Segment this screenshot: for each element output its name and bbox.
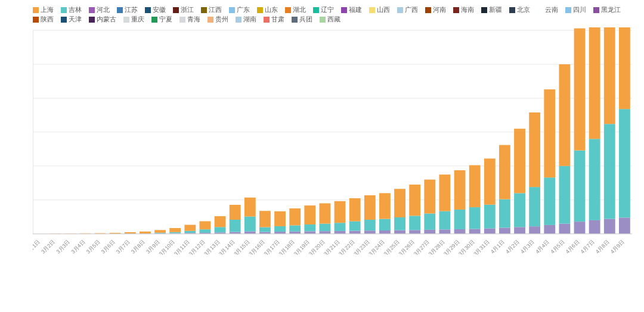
svg-text:4月7日: 4月7日	[580, 239, 596, 255]
legend-label: 河北	[97, 6, 110, 14]
svg-rect-155	[619, 217, 630, 233]
svg-text:3月31日: 3月31日	[472, 239, 490, 255]
legend-color	[33, 7, 39, 13]
legend-label: 安徽	[153, 6, 166, 14]
svg-rect-148	[589, 139, 600, 220]
svg-rect-136	[544, 177, 555, 225]
legend-label: 陕西	[41, 15, 54, 24]
legend-item: 贵州	[208, 15, 228, 24]
legend-item: 广西	[397, 6, 418, 14]
legend-item: 重庆	[123, 15, 144, 24]
bar-chart: 05,00010,00015,00020,00025,00030,0003月1日…	[33, 27, 638, 255]
legend-label: 吉林	[69, 6, 82, 14]
legend-item: 安徽	[145, 6, 166, 14]
legend-color	[453, 7, 459, 13]
svg-rect-153	[604, 27, 615, 124]
legend-label: 四川	[573, 6, 586, 14]
svg-rect-111	[454, 229, 466, 234]
svg-rect-120	[484, 205, 496, 229]
svg-rect-72	[304, 224, 315, 231]
svg-rect-52	[230, 220, 241, 232]
svg-rect-32	[154, 233, 166, 233]
legend-color	[397, 7, 403, 13]
svg-rect-26	[125, 232, 136, 233]
svg-rect-65	[274, 211, 286, 226]
legend-color	[173, 7, 179, 13]
legend-label: 兵团	[299, 15, 312, 24]
svg-rect-103	[424, 230, 435, 234]
legend-label: 西藏	[327, 15, 340, 24]
legend-color	[425, 7, 431, 13]
legend-label: 海南	[461, 6, 474, 14]
svg-rect-99	[409, 230, 420, 233]
legend-label: 宁夏	[159, 15, 172, 24]
svg-rect-57	[244, 198, 256, 217]
legend-item: 辽宁	[313, 6, 334, 14]
legend-item: 云南	[537, 6, 558, 14]
legend-color	[33, 17, 39, 23]
legend-color	[117, 7, 123, 13]
legend-item: 甘肃	[264, 15, 284, 24]
legend-label: 山东	[265, 6, 278, 14]
svg-rect-104	[424, 214, 435, 230]
legend-label: 新疆	[489, 6, 502, 14]
svg-rect-156	[619, 109, 630, 217]
svg-rect-60	[259, 227, 271, 232]
legend-item: 山西	[369, 6, 390, 14]
legend-item: 北京	[509, 6, 530, 14]
svg-rect-147	[589, 220, 600, 234]
svg-rect-115	[469, 229, 481, 234]
legend-color	[320, 17, 326, 23]
svg-rect-157	[619, 27, 630, 109]
legend-color	[145, 7, 151, 13]
svg-rect-113	[454, 170, 466, 210]
legend-color	[201, 7, 207, 13]
legend-color	[61, 17, 67, 23]
legend-color	[285, 7, 291, 13]
chart-container: 上海吉林河北江苏安徽浙江江西广东山东湖北辽宁福建山西广西河南海南新疆北京云南四川…	[0, 0, 644, 312]
svg-rect-123	[499, 227, 510, 233]
svg-rect-69	[289, 208, 301, 225]
legend-color	[208, 17, 213, 23]
svg-rect-133	[529, 113, 540, 187]
svg-rect-36	[169, 232, 181, 233]
svg-text:3月8日: 3月8日	[130, 239, 146, 255]
svg-rect-80	[335, 223, 346, 231]
legend-label: 福建	[349, 6, 362, 14]
svg-rect-67	[289, 232, 301, 234]
svg-rect-125	[499, 145, 510, 199]
svg-rect-132	[529, 187, 540, 226]
svg-rect-143	[574, 221, 586, 234]
svg-rect-139	[559, 224, 570, 234]
legend-label: 上海	[41, 6, 54, 14]
legend-item: 江西	[201, 6, 222, 14]
svg-rect-49	[215, 216, 226, 227]
svg-rect-119	[484, 229, 496, 234]
svg-text:4月8日: 4月8日	[595, 239, 611, 255]
svg-rect-79	[335, 231, 346, 234]
svg-rect-29	[140, 232, 151, 233]
svg-rect-85	[349, 198, 361, 221]
svg-text:4月3日: 4月3日	[519, 239, 535, 255]
svg-rect-56	[244, 217, 256, 232]
svg-rect-97	[394, 189, 405, 217]
svg-rect-45	[200, 221, 211, 230]
svg-rect-44	[200, 229, 211, 233]
legend-item: 河北	[89, 6, 110, 14]
legend-item: 西藏	[320, 15, 340, 24]
legend-color	[313, 7, 319, 13]
svg-rect-109	[439, 174, 450, 211]
legend-label: 广西	[405, 6, 418, 14]
legend-item: 内蒙古	[89, 15, 116, 24]
svg-text:4月6日: 4月6日	[565, 239, 581, 255]
svg-rect-92	[379, 219, 391, 230]
svg-rect-121	[484, 158, 496, 204]
svg-rect-75	[319, 231, 330, 234]
legend-item: 海南	[453, 6, 474, 14]
legend-label: 黑龙江	[601, 6, 621, 14]
svg-rect-137	[544, 89, 555, 177]
legend-color	[593, 7, 599, 13]
svg-rect-71	[304, 231, 315, 233]
legend-color	[179, 17, 185, 23]
legend-color	[236, 17, 242, 23]
